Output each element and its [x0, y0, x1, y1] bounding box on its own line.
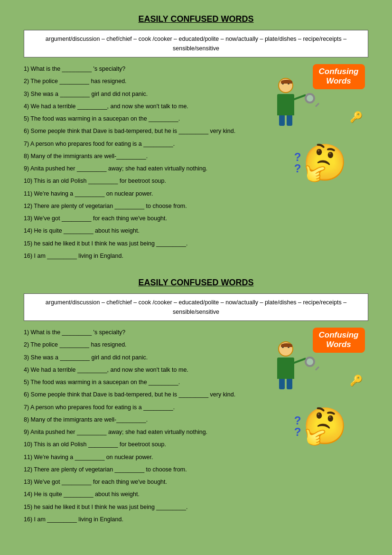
question-item: 15) he said he liked it but I think he w… — [24, 502, 269, 512]
question-item: 16) I am _________ living in England. — [24, 515, 269, 525]
question-item: 4) We had a terrible _________, and now … — [24, 102, 269, 112]
question-item: 7) A person who prepares food for eating… — [24, 139, 269, 149]
emoji-section-2: ? ? 🤔 — [294, 408, 348, 444]
thinking-emoji-2: 🤔 — [303, 408, 347, 444]
thinking-emoji-1: 🤔 — [303, 145, 347, 180]
question-item: 16) I am _________ living in England. — [24, 251, 269, 261]
body — [277, 94, 294, 115]
legs — [279, 115, 292, 126]
question-item: 1) What is the _________ 's specialty? — [24, 328, 269, 338]
head-2 — [278, 341, 293, 357]
section-1-title: EASILY CONFUSED WORDS — [24, 14, 368, 24]
leg-left-2 — [279, 379, 285, 389]
emoji-section-1: ? ? 🤔 — [294, 145, 348, 180]
question-item: 12) There are plenty of vegetarian _____… — [24, 465, 269, 475]
question-item: 15) he said he liked it but I think he w… — [24, 239, 269, 249]
worksheet: EASILY CONFUSED WORDS argument/discussio… — [9, 9, 383, 546]
leg-left — [279, 115, 285, 126]
question-item: 7) A person who prepares food for eating… — [24, 403, 269, 413]
question-item: 14) He is quite _________ about his weig… — [24, 226, 269, 236]
question-item: 5) The food was warming in a saucepan on… — [24, 114, 269, 124]
section-2-images: ConfusingWords 🔑 ? ? 🤔 — [273, 328, 368, 527]
question-item: 6) Some people think that Dave is bad-te… — [24, 126, 269, 136]
confusing-words-image-2: ConfusingWords 🔑 — [277, 328, 365, 389]
section-1-content: 1) What is the _________ 's specialty?2)… — [24, 64, 368, 263]
question-item: 13) We've got _________ for each thing w… — [24, 477, 269, 487]
magnifying-handle — [315, 103, 319, 107]
question-item: 9) Anita pushed her _________ away; she … — [24, 164, 269, 174]
question-item: 2) The police _________ has resigned. — [24, 76, 269, 86]
question-item: 5) The food was warming in a saucepan on… — [24, 377, 269, 387]
magnifying-glass — [305, 93, 315, 103]
hair-2 — [281, 343, 292, 347]
head — [278, 78, 293, 93]
legs-2 — [279, 379, 292, 389]
section-1: EASILY CONFUSED WORDS argument/discussio… — [24, 14, 368, 263]
question-item: 1) What is the _________ 's specialty? — [24, 64, 269, 74]
confusing-bubble-2: ConfusingWords — [313, 328, 365, 353]
question-item: 13) We've got _________ for each thing w… — [24, 214, 269, 224]
question-item: 8) Many of the immigrants are well-_____… — [24, 151, 269, 161]
arm — [293, 94, 306, 100]
question-item: 10) This is an old Polish _________ for … — [24, 440, 269, 450]
section-2-questions: 1) What is the _________ 's specialty?2)… — [24, 328, 269, 527]
section-2-word-box: argument/discussion – chef/chief – cook … — [24, 293, 368, 321]
section-1-word-box: argument/discussion – chef/chief – cook … — [24, 30, 368, 57]
magnifying-glass-2 — [305, 357, 315, 367]
leg-right — [287, 115, 292, 126]
question-item: 8) Many of the immigrants are well-_____… — [24, 415, 269, 425]
question-item: 2) The police _________ has resigned. — [24, 340, 269, 350]
section-2-content: 1) What is the _________ 's specialty?2)… — [24, 328, 368, 527]
question-item: 11) We're having a _________ on nuclear … — [24, 452, 269, 462]
section-2-title: EASILY CONFUSED WORDS — [24, 278, 368, 288]
section-2: EASILY CONFUSED WORDS argument/discussio… — [24, 278, 368, 527]
body-2 — [277, 357, 294, 379]
confusing-words-image-1: ConfusingWords 🔑 — [277, 64, 365, 126]
arm-2 — [293, 357, 306, 364]
question-item: 11) We're having a _________ on nuclear … — [24, 189, 269, 199]
person-figure-1 — [277, 78, 294, 126]
person-figure-2 — [277, 341, 294, 389]
leg-right-2 — [287, 379, 292, 389]
question-item: 3) She was a _________ girl and did not … — [24, 353, 269, 363]
question-marks-2: ? ? — [294, 415, 301, 438]
question-item: 9) Anita pushed her _________ away; she … — [24, 427, 269, 437]
question-item: 14) He is quite _________ about his weig… — [24, 489, 269, 499]
question-item: 4) We had a terrible _________, and now … — [24, 365, 269, 375]
section-1-images: ConfusingWords 🔑 ? ? 🤔 — [273, 64, 368, 263]
question-item: 10) This is an old Polish _________ for … — [24, 176, 269, 186]
question-item: 6) Some people think that Dave is bad-te… — [24, 390, 269, 400]
keys-1: 🔑 — [350, 111, 363, 123]
keys-2: 🔑 — [350, 375, 363, 387]
section-1-questions: 1) What is the _________ 's specialty?2)… — [24, 64, 269, 263]
question-item: 12) There are plenty of vegetarian _____… — [24, 201, 269, 211]
question-item: 3) She was a _________ girl and did not … — [24, 89, 269, 99]
hair — [281, 80, 292, 84]
confusing-bubble-1: ConfusingWords — [313, 64, 365, 89]
question-marks-1: ? ? — [294, 151, 301, 174]
magnifying-handle-2 — [315, 366, 319, 370]
